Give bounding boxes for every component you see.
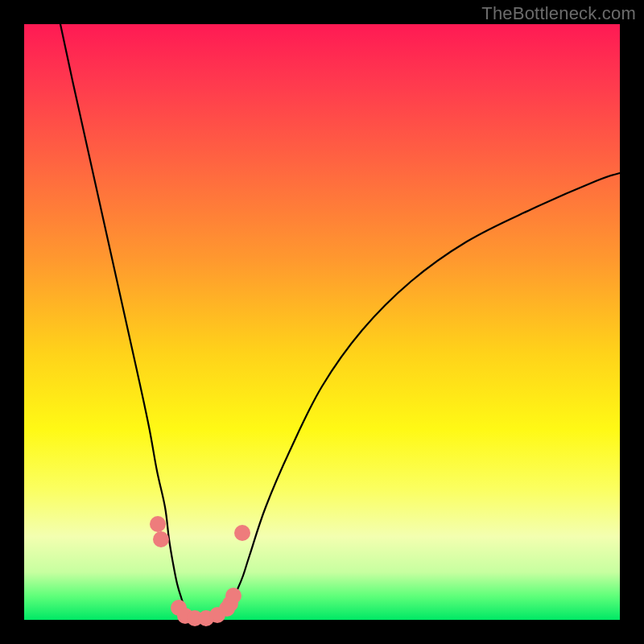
chart-frame: TheBottleneck.com [0, 0, 644, 644]
curve-path [60, 24, 620, 618]
plot-area [24, 24, 620, 620]
chart-svg [24, 24, 620, 620]
marker-group [150, 516, 250, 626]
watermark-text: TheBottleneck.com [481, 3, 636, 24]
marker-dot [153, 531, 169, 547]
marker-dot [225, 588, 242, 604]
marker-dot [150, 516, 166, 532]
marker-dot [234, 525, 250, 541]
